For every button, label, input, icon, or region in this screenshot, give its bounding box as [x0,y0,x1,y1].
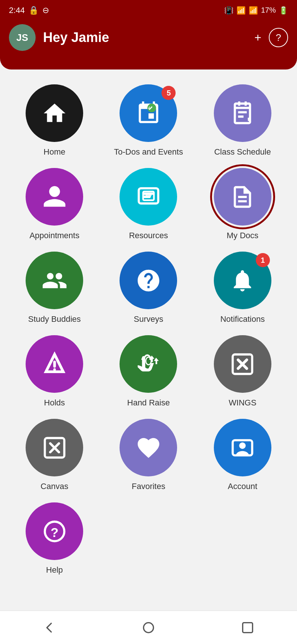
grid-item-holds[interactable]: Holds [11,335,98,408]
svg-point-4 [146,192,151,198]
favorites-icon-circle [120,419,177,476]
todos-badge: 5 [161,86,176,100]
help-button[interactable]: ? [269,28,288,47]
study-buddies-icon-circle [26,252,83,309]
favorites-label: Favorites [132,482,165,491]
canvas-icon [42,435,68,461]
holds-label: Holds [44,398,65,408]
grid-item-notifications[interactable]: 1 Notifications [199,252,286,324]
canvas-label: Canvas [40,482,68,491]
home-icon [42,100,68,126]
header-actions: + ? [254,28,288,47]
resources-label: Resources [129,231,168,240]
appointments-icon-circle [26,168,83,226]
study-buddies-label: Study Buddies [28,314,81,324]
surveys-icon [136,268,161,294]
grid-item-surveys[interactable]: Surveys [105,252,192,324]
home-label: Home [43,147,65,157]
grid-item-my-docs[interactable]: My Docs [199,168,286,240]
help-circle-icon: ? [269,28,288,47]
signal-icon: 📶 [249,6,258,15]
status-bar: 2:44 🔒 ⊖ 📳 📶 📶 17% 🔋 [0,0,297,20]
help-icon: ? [42,518,68,544]
wings-label: WINGS [229,398,257,408]
hand-raise-icon [136,351,161,377]
grid-item-canvas[interactable]: Canvas [11,419,98,491]
svg-text:?: ? [50,525,58,539]
grid-item-home[interactable]: Home [11,84,98,157]
appointments-icon [42,184,68,210]
todos-icon-circle: 5 [120,84,177,142]
wings-icon-circle [214,335,271,393]
header-left: JS Hey Jamie [9,24,109,51]
resources-icon [136,184,161,210]
class-schedule-label: Class Schedule [214,147,271,157]
my-docs-icon-circle [214,168,271,226]
page-title: Hey Jamie [43,30,109,45]
dnd-icon: ⊖ [42,6,49,15]
wifi-icon: 📶 [236,6,246,15]
holds-icon-circle [26,335,83,393]
class-schedule-icon-circle [214,84,271,142]
svg-rect-15 [242,622,252,632]
home-nav-button[interactable] [137,617,160,639]
appointments-label: Appointments [29,231,79,240]
svg-point-6 [53,368,56,371]
my-docs-icon [229,184,255,210]
header: JS Hey Jamie + ? [0,20,297,69]
hand-raise-label: Hand Raise [127,398,170,408]
time: 2:44 [9,6,25,15]
study-buddies-icon [42,268,68,294]
surveys-icon-circle [120,252,177,309]
status-left: 2:44 🔒 ⊖ [9,6,49,15]
surveys-label: Surveys [134,314,163,324]
notifications-icon [229,268,255,294]
account-icon [229,435,255,461]
app-grid: Home 5 To-Dos and Events Class Schedule [0,69,297,586]
svg-point-0 [147,103,156,112]
avatar: JS [9,24,36,51]
help-label: Help [46,565,63,575]
svg-point-14 [144,622,154,632]
grid-item-wings[interactable]: WINGS [199,335,286,408]
account-icon-circle [214,419,271,476]
grid-item-appointments[interactable]: Appointments [11,168,98,240]
todos-icon [136,100,161,126]
canvas-icon-circle [26,419,83,476]
lock-icon: 🔒 [29,6,39,15]
add-button[interactable]: + [254,31,261,45]
notifications-badge: 1 [256,253,270,267]
grid-item-help[interactable]: ? Help [11,502,98,575]
notifications-icon-circle: 1 [214,252,271,309]
holds-icon [42,351,68,377]
battery: 17% [261,6,276,14]
help-icon-circle: ? [26,502,83,560]
notifications-label: Notifications [220,314,265,324]
wings-icon [229,351,255,377]
hand-raise-icon-circle [120,335,177,393]
home-icon-circle [26,84,83,142]
bottom-navigation [0,611,297,644]
grid-item-todos[interactable]: 5 To-Dos and Events [105,84,192,157]
battery-icon: 🔋 [279,6,288,15]
favorites-icon [136,435,161,461]
class-schedule-icon [229,100,255,126]
my-docs-label: My Docs [227,231,259,240]
grid-item-study-buddies[interactable]: Study Buddies [11,252,98,324]
status-right: 📳 📶 📶 17% 🔋 [224,6,288,15]
grid-item-hand-raise[interactable]: Hand Raise [105,335,192,408]
todos-label: To-Dos and Events [114,147,183,157]
account-label: Account [228,482,258,491]
grid-item-class-schedule[interactable]: Class Schedule [199,84,286,157]
back-button[interactable] [38,617,61,639]
grid-item-favorites[interactable]: Favorites [105,419,192,491]
resources-icon-circle [120,168,177,226]
vibrate-icon: 📳 [224,6,234,15]
svg-point-11 [239,442,246,449]
recent-apps-button[interactable] [236,617,259,639]
grid-item-account[interactable]: Account [199,419,286,491]
grid-item-resources[interactable]: Resources [105,168,192,240]
